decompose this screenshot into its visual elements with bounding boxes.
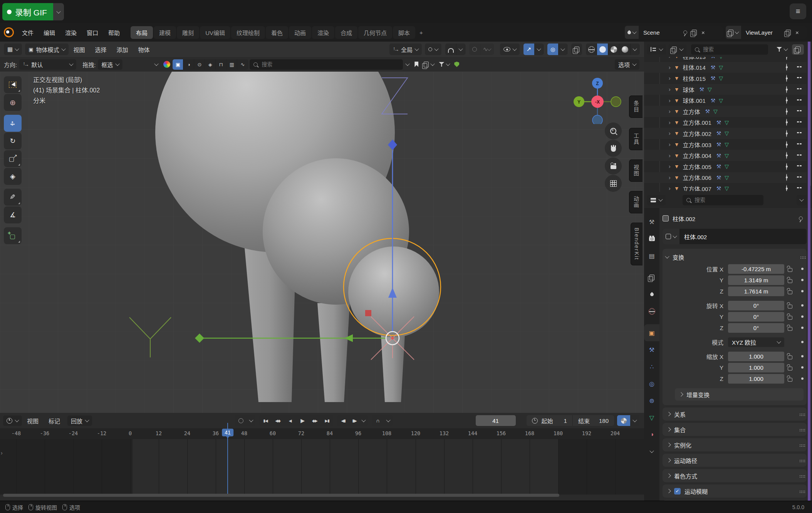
outliner-row[interactable]: ›▼立方体.006⚒▽ bbox=[644, 172, 807, 183]
sidebar-tab-BlenderKit[interactable]: BlenderKit bbox=[631, 223, 643, 265]
playback-menu[interactable]: 回放 bbox=[67, 416, 92, 426]
transform-value-field[interactable]: 0° bbox=[728, 301, 784, 310]
axis-y-neg-ball[interactable] bbox=[611, 97, 621, 107]
outliner-row[interactable]: ›▼柱体.014⚒▽ bbox=[644, 62, 807, 73]
expand-chevron-icon[interactable]: › bbox=[669, 64, 671, 70]
outliner-row[interactable]: ›▼立方体.003⚒▽ bbox=[644, 139, 807, 150]
filter-icon[interactable] bbox=[439, 62, 444, 67]
hide-in-viewport-toggle[interactable] bbox=[786, 108, 787, 115]
jump-start-button[interactable]: ▮◀ bbox=[259, 415, 272, 426]
visibility-dropdown[interactable] bbox=[500, 44, 520, 55]
menu-文件[interactable]: 文件 bbox=[17, 28, 39, 37]
move-tool-button[interactable] bbox=[4, 115, 22, 132]
animate-property-dot[interactable] bbox=[796, 304, 809, 307]
object-icon-button[interactable] bbox=[663, 229, 679, 244]
scene-canvas[interactable] bbox=[0, 72, 644, 413]
menu-视图[interactable]: 视图 bbox=[69, 45, 90, 54]
grip-icon[interactable] bbox=[800, 491, 800, 491]
delta-transform-panel[interactable]: 增量变换 bbox=[675, 388, 804, 401]
tab-tool[interactable]: ⚒ bbox=[644, 213, 659, 230]
hide-in-viewport-toggle[interactable] bbox=[786, 141, 787, 148]
workspace-tab-动画[interactable]: 动画 bbox=[289, 26, 311, 39]
transform-value-field[interactable]: 1.7614 m bbox=[728, 287, 784, 296]
droplet-icon[interactable]: ⊙ bbox=[194, 59, 205, 70]
hide-in-viewport-toggle[interactable] bbox=[786, 163, 787, 170]
editor-type-button[interactable]: ▦ bbox=[4, 44, 22, 55]
shading-wireframe-button[interactable] bbox=[586, 44, 597, 55]
options-dropdown[interactable]: 选项 bbox=[615, 59, 639, 70]
texture-mask-icon[interactable]: ▣ bbox=[173, 59, 183, 70]
expand-chevron-icon[interactable]: › bbox=[669, 75, 671, 81]
auto-keying-toggle[interactable] bbox=[235, 415, 247, 426]
tab-data[interactable]: ▽ bbox=[644, 409, 659, 426]
autokey-dropdown[interactable] bbox=[247, 415, 255, 426]
object-name[interactable]: 立方体.001 bbox=[683, 118, 711, 126]
viewlayer-name[interactable]: ViewLayer bbox=[741, 29, 783, 36]
properties-editor-type[interactable] bbox=[647, 195, 666, 205]
stack-icon[interactable]: ▥ bbox=[226, 59, 237, 70]
window-menu-button[interactable]: ≡ bbox=[790, 3, 806, 19]
sync-dropdown[interactable] bbox=[630, 415, 639, 426]
frame-end-field[interactable]: 结束 180 bbox=[572, 415, 614, 426]
tab-modifiers[interactable]: ⚒ bbox=[644, 341, 659, 358]
record-gif-dropdown[interactable] bbox=[53, 3, 64, 20]
current-frame-field[interactable]: 41 bbox=[476, 415, 516, 426]
select-box-tool-button[interactable] bbox=[4, 76, 22, 93]
outliner-row[interactable]: ›▼柱体.013⚒▽ bbox=[644, 57, 807, 62]
sidebar-tab-视图[interactable]: 视图 bbox=[629, 159, 643, 182]
object-name[interactable]: 立方体.006 bbox=[683, 173, 711, 181]
tab-output[interactable]: ▤ bbox=[644, 247, 659, 264]
pin-icon[interactable] bbox=[799, 216, 803, 220]
outliner-search[interactable] bbox=[691, 44, 768, 55]
chevron-down-icon[interactable] bbox=[446, 62, 450, 66]
sidebar-tab-动画[interactable]: 动画 bbox=[629, 191, 643, 213]
animate-property-dot[interactable] bbox=[796, 327, 809, 329]
timeline-scrollbar[interactable] bbox=[3, 494, 559, 497]
measure-tool-button[interactable]: ∡ bbox=[4, 206, 22, 223]
expand-chevron-icon[interactable]: › bbox=[669, 130, 671, 136]
menu-帮助[interactable]: 帮助 bbox=[103, 28, 125, 37]
collapsed-panel-集合[interactable]: 集合 bbox=[663, 423, 807, 436]
playback-sync-toggle[interactable] bbox=[617, 415, 630, 426]
workspace-tab-渲染[interactable]: 渲染 bbox=[312, 26, 334, 39]
overlays-dropdown[interactable] bbox=[559, 44, 567, 55]
new-viewlayer-icon[interactable] bbox=[786, 30, 791, 35]
object-name[interactable]: 立方体.003 bbox=[683, 141, 711, 149]
camera-view-button[interactable] bbox=[605, 158, 622, 174]
expand-chevron-icon[interactable]: › bbox=[669, 174, 671, 181]
properties-search[interactable] bbox=[683, 195, 763, 205]
object-name[interactable]: 柱体.013 bbox=[683, 57, 706, 60]
workspace-tab-脚本[interactable]: 脚本 bbox=[393, 26, 415, 39]
rotate-tool-button[interactable]: ↻ bbox=[4, 132, 22, 149]
gizmo-x-plane-handle[interactable] bbox=[365, 310, 371, 316]
expand-chevron-icon[interactable]: › bbox=[669, 119, 671, 126]
menu-窗口[interactable]: 窗口 bbox=[82, 28, 103, 37]
frame-start-field[interactable]: 起始 1 bbox=[527, 415, 572, 426]
snap-magnet-toggle[interactable] bbox=[445, 44, 456, 55]
menu-添加[interactable]: 添加 bbox=[112, 45, 133, 54]
sidebar-tab-工具[interactable]: 工具 bbox=[629, 128, 643, 150]
animate-property-dot[interactable] bbox=[796, 366, 809, 369]
collapsed-panel-着色方式[interactable]: 着色方式 bbox=[663, 469, 807, 482]
animate-property-dot[interactable] bbox=[796, 341, 809, 343]
scene-name[interactable]: Scene bbox=[639, 29, 681, 36]
xray-toggle[interactable] bbox=[571, 44, 582, 55]
expand-chevron-icon[interactable]: › bbox=[669, 57, 671, 59]
color-attribute-swatch[interactable] bbox=[163, 61, 170, 68]
properties-options-dropdown[interactable] bbox=[797, 195, 807, 205]
panel-checkbox[interactable]: ✓ bbox=[674, 488, 681, 495]
expand-chevron-icon[interactable]: › bbox=[669, 163, 671, 169]
menu-视图[interactable]: 视图 bbox=[22, 417, 44, 425]
expand-chevron-icon[interactable]: › bbox=[669, 97, 671, 104]
axis-z-neg-ball[interactable] bbox=[592, 115, 602, 124]
workspace-tab-雕刻[interactable]: 雕刻 bbox=[177, 26, 199, 39]
menu-选择[interactable]: 选择 bbox=[90, 45, 112, 54]
grip-icon[interactable] bbox=[800, 256, 801, 257]
object-name[interactable]: 柱体.014 bbox=[683, 63, 706, 71]
object-name[interactable]: 立方体.007 bbox=[683, 184, 711, 191]
tool-search-input[interactable] bbox=[261, 61, 399, 68]
half-sphere-icon[interactable]: ◑ bbox=[183, 59, 194, 70]
hide-in-viewport-toggle[interactable] bbox=[786, 57, 787, 60]
object-name[interactable]: 立方体 bbox=[683, 107, 700, 116]
new-collection-button[interactable] bbox=[792, 44, 804, 55]
